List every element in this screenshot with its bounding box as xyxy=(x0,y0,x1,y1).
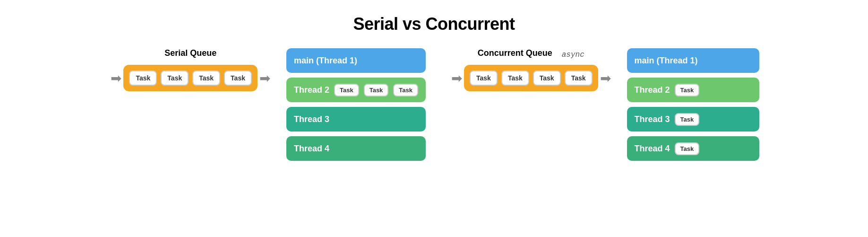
concurrent-label: Concurrent Queue xyxy=(478,48,552,58)
concurrent-thread-2-label: Thread 2 xyxy=(635,85,670,95)
concurrent-thread-4-label: Thread 4 xyxy=(635,144,670,154)
serial-task-2: Task xyxy=(161,70,189,86)
serial-threads-panel: main (Thread 1) Thread 2 Task Task Task … xyxy=(286,48,426,161)
concurrent-task-3: Task xyxy=(533,70,561,86)
concurrent-thread-2-task-1: Task xyxy=(675,84,700,97)
serial-thread-3-label: Thread 3 xyxy=(294,114,329,124)
concurrent-thread-4-bar: Thread 4 Task xyxy=(627,136,759,161)
full-layout: Serial Queue ➡ Task Task Task Task ➡ mai… xyxy=(90,48,778,161)
concurrent-thread-2-bar: Thread 2 Task xyxy=(627,78,759,102)
serial-queue-row: ➡ Task Task Task Task ➡ xyxy=(109,65,272,91)
concurrent-arrow-right: ➡ xyxy=(600,70,611,86)
async-label: async xyxy=(562,51,584,59)
serial-thread-2-task-3: Task xyxy=(393,84,418,97)
serial-task-4: Task xyxy=(224,70,252,86)
serial-thread-4-label: Thread 4 xyxy=(294,144,329,154)
concurrent-task-2: Task xyxy=(501,70,529,86)
concurrent-task-1: Task xyxy=(470,70,498,86)
serial-diagram-col: Serial Queue ➡ Task Task Task Task ➡ xyxy=(109,48,272,91)
serial-task-3: Task xyxy=(192,70,220,86)
concurrent-diagram-col: Concurrent Queue async ➡ Task Task Task … xyxy=(449,48,613,91)
serial-queue-bar: Task Task Task Task xyxy=(123,65,258,91)
concurrent-label-row: Concurrent Queue async xyxy=(478,48,584,61)
concurrent-section: Concurrent Queue async ➡ Task Task Task … xyxy=(449,48,759,161)
serial-label: Serial Queue xyxy=(164,48,216,58)
concurrent-queue-bar: Task Task Task Task xyxy=(464,65,598,91)
serial-arrow-left: ➡ xyxy=(111,70,121,86)
serial-section: Serial Queue ➡ Task Task Task Task ➡ mai… xyxy=(109,48,426,161)
concurrent-thread-4-task-1: Task xyxy=(675,142,700,155)
concurrent-task-4: Task xyxy=(565,70,593,86)
serial-thread-1-label: main (Thread 1) xyxy=(294,56,357,66)
concurrent-thread-1-label: main (Thread 1) xyxy=(635,56,698,66)
serial-thread-4-bar: Thread 4 xyxy=(286,136,426,161)
serial-thread-2-bar: Thread 2 Task Task Task xyxy=(286,78,426,102)
serial-thread-1-bar: main (Thread 1) xyxy=(286,48,426,73)
serial-arrow-right: ➡ xyxy=(259,70,270,86)
concurrent-threads-panel: main (Thread 1) Thread 2 Task Thread 3 T… xyxy=(627,48,759,161)
serial-thread-2-label: Thread 2 xyxy=(294,85,329,95)
concurrent-thread-3-task-1: Task xyxy=(675,113,700,126)
concurrent-arrow-left: ➡ xyxy=(451,70,462,86)
serial-task-1: Task xyxy=(129,70,157,86)
page-title: Serial vs Concurrent xyxy=(353,14,515,34)
serial-thread-3-bar: Thread 3 xyxy=(286,107,426,132)
concurrent-queue-row: ➡ Task Task Task Task ➡ xyxy=(449,65,613,91)
concurrent-thread-3-bar: Thread 3 Task xyxy=(627,107,759,132)
serial-thread-2-task-1: Task xyxy=(334,84,359,97)
serial-thread-2-task-2: Task xyxy=(364,84,389,97)
concurrent-thread-3-label: Thread 3 xyxy=(635,114,670,124)
concurrent-thread-1-bar: main (Thread 1) xyxy=(627,48,759,73)
